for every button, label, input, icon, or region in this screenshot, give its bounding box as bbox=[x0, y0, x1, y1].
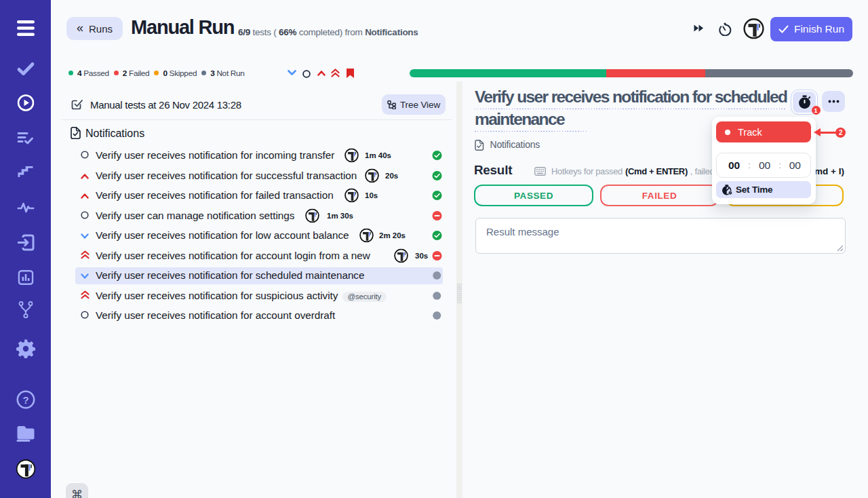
svg-text:?: ? bbox=[22, 394, 28, 406]
